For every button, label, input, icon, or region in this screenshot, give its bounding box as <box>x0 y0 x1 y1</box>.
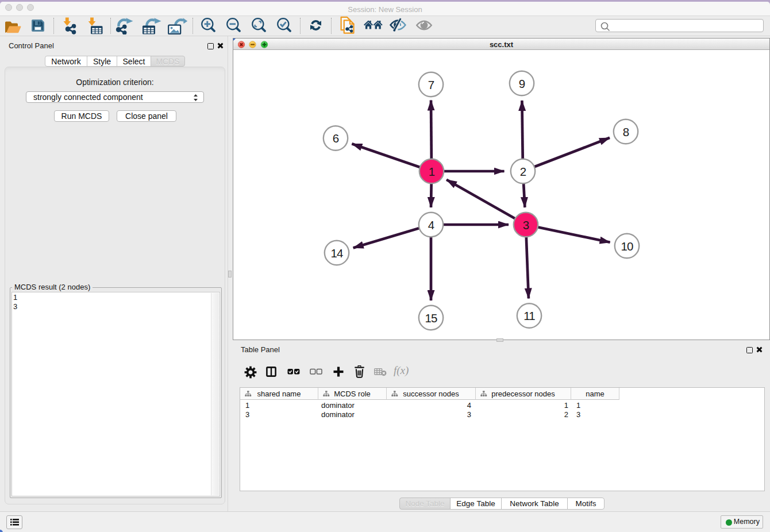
svg-text:7: 7 <box>428 78 434 91</box>
svg-text:1: 1 <box>429 165 435 178</box>
svg-text:15: 15 <box>425 311 437 325</box>
svg-text:9: 9 <box>519 77 525 90</box>
svg-text:6: 6 <box>333 132 339 145</box>
svg-text:2: 2 <box>520 165 526 178</box>
svg-text:8: 8 <box>623 125 629 138</box>
svg-text:14: 14 <box>330 246 343 260</box>
svg-text:10: 10 <box>621 240 633 253</box>
svg-text:11: 11 <box>523 309 535 322</box>
svg-text:4: 4 <box>428 218 434 232</box>
svg-text:3: 3 <box>523 218 529 232</box>
